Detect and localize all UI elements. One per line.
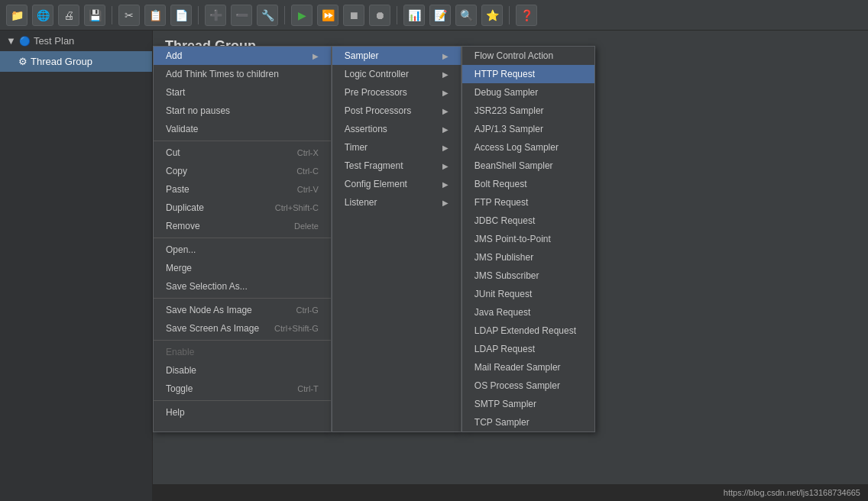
menu-save-selection-label: Save Selection As... (166, 281, 248, 292)
menu-add-think-times[interactable]: Add Think Times to children (154, 65, 331, 83)
sampler-item-0[interactable]: Flow Control Action (462, 47, 594, 65)
sampler-item-label-14: Java Request (474, 307, 530, 318)
add-submenu: Sampler ▶ Logic Controller ▶ Pre Process… (332, 46, 462, 432)
sampler-item-14[interactable]: Java Request (462, 303, 594, 322)
submenu-config-element[interactable]: Config Element ▶ (332, 175, 461, 193)
menu-copy[interactable]: Copy Ctrl-C (154, 162, 331, 180)
sampler-item-1[interactable]: HTTP Request (462, 65, 594, 83)
sampler-item-18[interactable]: OS Process Sampler (462, 377, 594, 395)
submenu-timer[interactable]: Timer ▶ (332, 138, 461, 157)
menu-cut[interactable]: Cut Ctrl-X (154, 144, 331, 162)
toolbar-help[interactable]: ❓ (516, 5, 537, 26)
toolbar-bookmark[interactable]: ⭐ (481, 5, 503, 26)
toolbar-open[interactable]: 🌐 (32, 5, 53, 26)
menu-disable[interactable]: Disable (154, 361, 331, 380)
submenu-post-processors[interactable]: Post Processors ▶ (332, 102, 461, 120)
menu-save-screen[interactable]: Save Screen As Image Ctrl+Shift-G (154, 319, 331, 338)
submenu-pre-processors-label: Pre Processors (345, 87, 407, 98)
sampler-item-5[interactable]: Access Log Sampler (462, 138, 594, 157)
menu-remove[interactable]: Remove Delete (154, 217, 331, 235)
sampler-item-label-17: Mail Reader Sampler (474, 362, 561, 373)
menu-start-label: Start (166, 87, 185, 98)
menu-toggle[interactable]: Toggle Ctrl-T (154, 380, 331, 398)
sampler-item-15[interactable]: LDAP Extended Request (462, 322, 594, 340)
sampler-item-12[interactable]: JMS Subscriber (462, 267, 594, 285)
toolbar-log[interactable]: 📊 (403, 5, 425, 26)
menu-add-think-times-label: Add Think Times to children (166, 69, 279, 79)
menu-validate-label: Validate (166, 124, 198, 134)
toolbar-stop[interactable]: ⏹ (343, 5, 364, 26)
toolbar-print[interactable]: 🖨 (58, 5, 79, 26)
menu-save-node[interactable]: Save Node As Image Ctrl-G (154, 301, 331, 319)
menu-help[interactable]: Help (154, 403, 331, 422)
menu-add-label: Add (166, 50, 182, 61)
menu-start[interactable]: Start (154, 83, 331, 102)
toolbar-copy[interactable]: 📋 (144, 5, 166, 26)
test-plan-label: Test Plan (34, 35, 74, 47)
toolbar-add[interactable]: ➕ (205, 5, 226, 26)
toolbar-cut[interactable]: ✂ (118, 5, 140, 26)
menu-help-label: Help (166, 407, 185, 418)
submenu-test-fragment[interactable]: Test Fragment ▶ (332, 157, 461, 175)
submenu-listener-label: Listener (345, 197, 377, 208)
menu-remove-label: Remove (166, 221, 200, 231)
toolbar-stop-now[interactable]: ⏺ (369, 5, 390, 26)
submenu-sampler[interactable]: Sampler ▶ (332, 47, 461, 65)
menu-paste[interactable]: Paste Ctrl-V (154, 180, 331, 199)
gear-icon: ⚙ (18, 56, 28, 67)
menu-open-label: Open... (166, 244, 196, 255)
toolbar-text[interactable]: 📝 (429, 5, 451, 26)
menu-add[interactable]: Add ▶ (154, 47, 331, 65)
sampler-item-4[interactable]: AJP/1.3 Sampler (462, 120, 594, 138)
sampler-item-9[interactable]: JDBC Request (462, 212, 594, 230)
menu-copy-shortcut: Ctrl-C (296, 166, 319, 176)
tree-root[interactable]: ▼ 🔵 Test Plan (0, 31, 152, 51)
menu-disable-label: Disable (166, 365, 196, 376)
tree-thread-group[interactable]: ⚙ Thread Group (0, 51, 152, 72)
menu-sep5 (154, 400, 331, 401)
sampler-item-label-16: LDAP Request (474, 344, 535, 354)
sampler-item-11[interactable]: JMS Publisher (462, 248, 594, 267)
sampler-item-20[interactable]: TCP Sampler (462, 413, 594, 432)
toolbar-new[interactable]: 📁 (6, 5, 28, 26)
sampler-item-2[interactable]: Debug Sampler (462, 83, 594, 102)
left-panel: ▼ 🔵 Test Plan ⚙ Thread Group (0, 31, 153, 501)
toolbar-start-no-pause[interactable]: ⏩ (317, 5, 338, 26)
sampler-item-19[interactable]: SMTP Sampler (462, 395, 594, 413)
arrow-icon: ▼ (6, 35, 16, 47)
toolbar-save[interactable]: 💾 (84, 5, 105, 26)
submenu-timer-arrow: ▶ (442, 144, 449, 152)
sampler-item-label-1: HTTP Request (474, 69, 535, 79)
menu-duplicate[interactable]: Duplicate Ctrl+Shift-C (154, 199, 331, 217)
menu-validate[interactable]: Validate (154, 120, 331, 138)
submenu-post-processors-arrow: ▶ (442, 107, 449, 115)
sampler-item-6[interactable]: BeanShell Sampler (462, 157, 594, 175)
toolbar-paste[interactable]: 📄 (170, 5, 192, 26)
sampler-item-13[interactable]: JUnit Request (462, 285, 594, 303)
sampler-item-17[interactable]: Mail Reader Sampler (462, 358, 594, 377)
menu-open[interactable]: Open... (154, 241, 331, 259)
menu-add-arrow: ▶ (313, 52, 319, 60)
toolbar-search[interactable]: 🔍 (455, 5, 477, 26)
sampler-item-8[interactable]: FTP Request (462, 193, 594, 212)
sampler-item-7[interactable]: Bolt Request (462, 175, 594, 193)
toolbar-settings[interactable]: 🔧 (257, 5, 278, 26)
submenu-test-fragment-label: Test Fragment (345, 160, 403, 171)
toolbar-start[interactable]: ▶ (291, 5, 313, 26)
sampler-item-16[interactable]: LDAP Request (462, 340, 594, 358)
sampler-item-3[interactable]: JSR223 Sampler (462, 102, 594, 120)
menu-merge[interactable]: Merge (154, 259, 331, 277)
menu-start-no-pauses[interactable]: Start no pauses (154, 102, 331, 120)
submenu-pre-processors[interactable]: Pre Processors ▶ (332, 83, 461, 102)
sampler-item-10[interactable]: JMS Point-to-Point (462, 230, 594, 248)
menu-toggle-label: Toggle (166, 383, 193, 394)
menu-merge-label: Merge (166, 263, 192, 273)
toolbar-remove[interactable]: ➖ (231, 5, 252, 26)
menu-start-no-pauses-label: Start no pauses (166, 105, 230, 116)
submenu-assertions[interactable]: Assertions ▶ (332, 120, 461, 138)
submenu-listener[interactable]: Listener ▶ (332, 193, 461, 212)
sampler-item-label-19: SMTP Sampler (474, 399, 536, 409)
submenu-logic-controller[interactable]: Logic Controller ▶ (332, 65, 461, 83)
menu-cut-label: Cut (166, 147, 180, 158)
menu-save-selection[interactable]: Save Selection As... (154, 277, 331, 296)
